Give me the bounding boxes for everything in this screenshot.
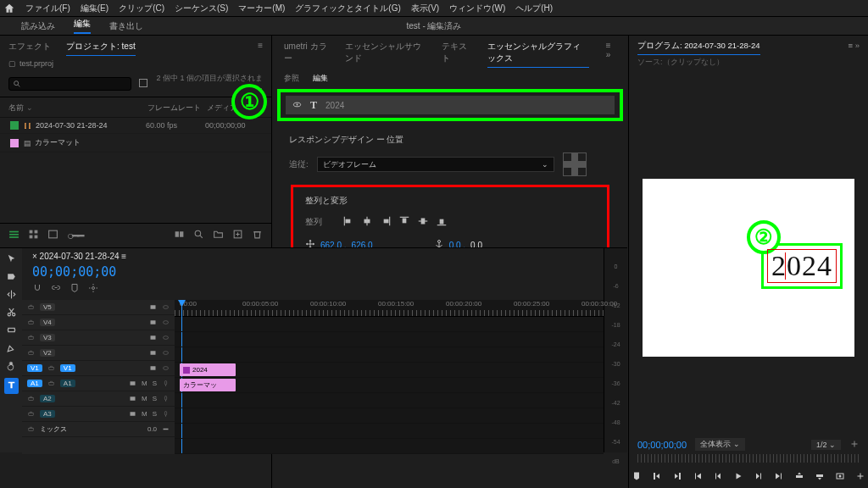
menu-edit[interactable]: 編集(E) (81, 3, 108, 14)
list-view-icon[interactable] (28, 229, 39, 242)
marker-icon[interactable] (70, 283, 80, 295)
layer-row[interactable]: T 2024 (286, 96, 615, 114)
eg-browse[interactable]: 参照 (284, 73, 299, 84)
icon-view-icon[interactable] (47, 229, 58, 242)
type-tool-icon[interactable] (4, 378, 19, 394)
export-frame-icon[interactable] (835, 471, 845, 483)
align-bottom-icon[interactable] (436, 215, 448, 229)
sequence-tab[interactable]: × 2024-07-30 21-28-24 ≡ (32, 252, 126, 261)
bin-row[interactable]: ▤カラーマット (0, 134, 271, 152)
snap-icon[interactable] (32, 283, 42, 295)
tab-effects[interactable]: エフェクト (8, 41, 51, 56)
goto-out-icon[interactable] (774, 471, 784, 483)
menu-marker[interactable]: マーカー(M) (238, 3, 285, 14)
tab-essential-graphics[interactable]: エッセンシャルグラフィックス (487, 41, 589, 68)
col-name[interactable]: 名前 (8, 103, 24, 112)
clip-2024[interactable]: 2024 (180, 363, 236, 376)
text-edit-box[interactable]: 2024 (767, 249, 837, 283)
new-bin-icon[interactable] (138, 78, 148, 90)
auto-sequence-icon[interactable] (174, 229, 185, 242)
zoom-select[interactable]: 全体表示 ⌄ (695, 438, 745, 451)
ws-edit[interactable]: 編集 (74, 18, 91, 34)
program-ruler[interactable] (637, 454, 860, 463)
zoom-slider[interactable]: ○━━ (67, 229, 82, 242)
freeform-view-icon[interactable] (8, 229, 19, 242)
program-timecode[interactable]: 00;00;00;00 (637, 440, 687, 450)
track-v5[interactable]: V5 (22, 300, 175, 315)
search-input[interactable] (8, 77, 131, 91)
track-mix[interactable]: ミックス0.0 (22, 422, 175, 437)
mark-out-icon[interactable] (672, 471, 682, 483)
align-left-icon[interactable] (342, 215, 354, 229)
find-icon[interactable] (193, 229, 204, 242)
timeline-ruler[interactable]: 00:00 00:00:05:00 00:00:10:00 00:00:15:0… (175, 300, 604, 317)
resolution-select[interactable]: 1/2 ⌄ (811, 440, 841, 450)
menu-graphics[interactable]: グラフィックとタイトル(G) (295, 3, 400, 14)
program-canvas[interactable]: ② 2024 (643, 179, 854, 357)
track-select-tool-icon[interactable] (6, 271, 17, 284)
hand-tool-icon[interactable] (6, 360, 17, 373)
bin-row[interactable]: ⫿⫿2024-07-30 21-28-24 60.00 fps00;00;00;… (0, 118, 271, 134)
track-v2[interactable]: V2 (22, 346, 175, 361)
annotation-highlight-2: ② 2024 (761, 243, 843, 289)
svg-rect-26 (384, 219, 389, 224)
ws-export[interactable]: 書き出し (109, 20, 143, 32)
tab-project[interactable]: プロジェクト: test (66, 41, 136, 56)
pin-grid[interactable] (563, 152, 587, 176)
play-icon[interactable] (733, 471, 743, 483)
goto-in-icon[interactable] (693, 471, 703, 483)
timeline-tracks[interactable]: 00:00 00:00:05:00 00:00:10:00 00:00:15:0… (175, 300, 604, 454)
selection-tool-icon[interactable] (6, 253, 17, 266)
align-right-icon[interactable] (380, 215, 392, 229)
trash-icon[interactable] (252, 229, 263, 242)
menu-view[interactable]: 表示(V) (411, 3, 439, 14)
track-v1[interactable]: V1V1 (22, 361, 175, 376)
panel-menu-icon[interactable]: ≡ » (606, 41, 616, 68)
align-vcenter-icon[interactable] (417, 215, 429, 229)
follow-dropdown[interactable]: ビデオフレーム⌄ (317, 157, 554, 172)
tab-sound[interactable]: エッセンシャルサウンド (345, 41, 425, 68)
ripple-tool-icon[interactable] (6, 289, 17, 302)
eg-edit[interactable]: 編集 (313, 73, 328, 84)
menu-clip[interactable]: クリップ(C) (119, 3, 164, 14)
step-fwd-icon[interactable] (754, 471, 764, 483)
tab-text[interactable]: テキスト (442, 41, 470, 68)
extract-icon[interactable] (815, 471, 825, 483)
new-bin-icon[interactable] (213, 229, 224, 242)
track-v4[interactable]: V4 (22, 315, 175, 330)
track-a2[interactable]: A2MS (22, 391, 175, 407)
track-v3[interactable]: V3 (22, 330, 175, 346)
lift-icon[interactable] (794, 471, 804, 483)
add-marker-icon[interactable] (632, 471, 642, 483)
panel-menu-icon[interactable]: ≡ (258, 41, 263, 56)
menu-file[interactable]: ファイル(F) (25, 3, 70, 14)
menu-sequence[interactable]: シーケンス(S) (175, 3, 228, 14)
track-a1[interactable]: A1A1MS (22, 376, 175, 391)
step-back-icon[interactable] (713, 471, 723, 483)
col-framerate[interactable]: フレームレート (147, 103, 207, 114)
home-icon[interactable] (3, 3, 15, 14)
plus-icon[interactable] (855, 471, 865, 483)
svg-rect-66 (151, 351, 156, 355)
tab-lumetri[interactable]: umetri カラー (284, 41, 328, 68)
visibility-icon[interactable] (292, 100, 302, 111)
svg-point-50 (8, 313, 10, 316)
align-top-icon[interactable] (398, 215, 410, 229)
track-a3[interactable]: A3MS (22, 407, 175, 422)
timeline-timecode[interactable]: 00;00;00;00 (32, 264, 116, 280)
settings-icon[interactable] (849, 439, 860, 451)
align-hcenter-icon[interactable] (361, 215, 373, 229)
pen-tool-icon[interactable] (6, 342, 17, 355)
new-item-icon[interactable] (232, 229, 243, 242)
razor-tool-icon[interactable] (6, 307, 17, 319)
slip-tool-icon[interactable] (6, 324, 17, 337)
menu-window[interactable]: ウィンドウ(W) (449, 3, 505, 14)
menu-help[interactable]: ヘルプ(H) (515, 3, 553, 14)
settings-icon[interactable] (88, 283, 98, 295)
ws-import[interactable]: 読み込み (21, 20, 55, 32)
tab-program[interactable]: プログラム: 2024-07-30 21-28-24 (637, 41, 760, 55)
clip-colormat[interactable]: カラーマッ (180, 379, 236, 391)
linked-selection-icon[interactable] (51, 283, 61, 295)
panel-menu-icon[interactable]: ≡ » (849, 41, 860, 55)
mark-in-icon[interactable] (652, 471, 662, 483)
